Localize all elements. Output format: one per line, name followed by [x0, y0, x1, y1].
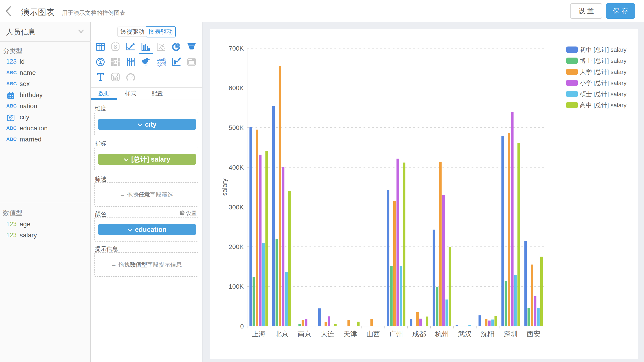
- svg-text:广州: 广州: [389, 330, 403, 338]
- svg-text:大连: 大连: [320, 330, 334, 338]
- svg-text:山西: 山西: [366, 330, 380, 338]
- svg-text:200K: 200K: [229, 243, 244, 250]
- svg-text:武汉: 武汉: [458, 330, 472, 338]
- svg-text:杭州: 杭州: [435, 330, 449, 338]
- svg-text:硕士 [总计] salary: 硕士 [总计] salary: [580, 91, 626, 98]
- svg-text:高中 [总计] salary: 高中 [总计] salary: [580, 102, 626, 109]
- svg-text:数: 数: [164, 58, 166, 59]
- svg-text:400K: 400K: [229, 164, 244, 171]
- svg-text:8: 8: [114, 43, 117, 50]
- svg-text:0: 0: [240, 323, 244, 330]
- svg-text:云: 云: [157, 62, 158, 64]
- svg-text:300K: 300K: [229, 204, 244, 211]
- svg-text:西安: 西安: [527, 330, 540, 338]
- svg-text:成都: 成都: [412, 330, 426, 338]
- svg-text:博士 [总计] salary: 博士 [总计] salary: [580, 57, 626, 64]
- svg-text:700K: 700K: [229, 45, 244, 52]
- svg-text:小学 [总计] salary: 小学 [总计] salary: [580, 80, 626, 86]
- svg-text:agile Bi: agile Bi: [158, 64, 166, 67]
- svg-text:沈阳: 沈阳: [481, 330, 495, 338]
- svg-text:初中 [总计] salary: 初中 [总计] salary: [580, 46, 626, 53]
- svg-text:大学 [总计] salary: 大学 [总计] salary: [580, 68, 626, 75]
- svg-text:600K: 600K: [229, 84, 244, 92]
- svg-text:上海: 上海: [252, 330, 266, 338]
- svg-text:南京: 南京: [298, 330, 312, 338]
- svg-text:北京: 北京: [275, 330, 288, 338]
- svg-text:深圳: 深圳: [504, 330, 518, 338]
- svg-text:天津: 天津: [344, 330, 357, 338]
- svg-text:salary: salary: [221, 178, 228, 196]
- svg-text:100K: 100K: [229, 283, 244, 290]
- svg-text:500K: 500K: [229, 124, 244, 131]
